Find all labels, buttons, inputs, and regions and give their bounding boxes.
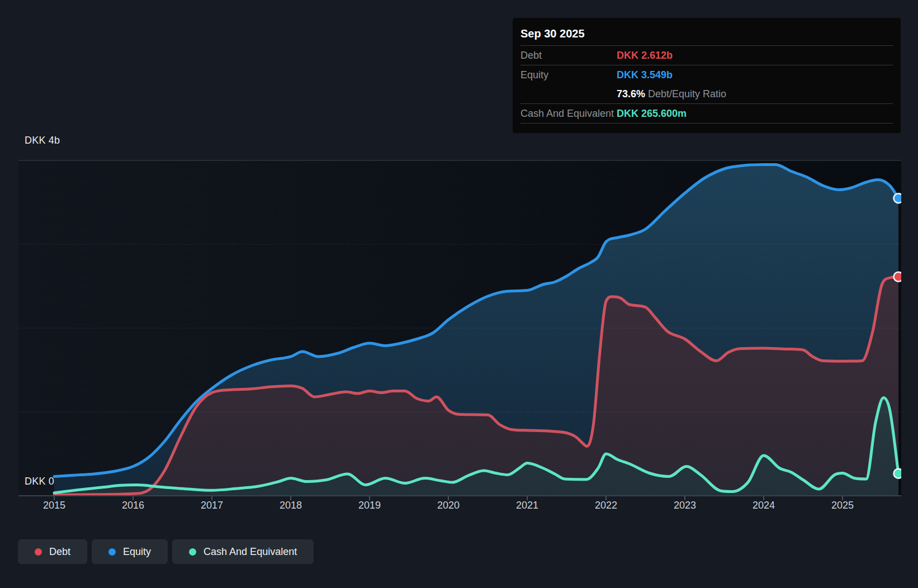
legend-pill-cash[interactable]: Cash And Equivalent [172,539,314,564]
legend-pill-equity[interactable]: Equity [92,539,168,564]
y-axis-label-0: DKK 0 [25,476,54,487]
equity-series-dot-icon [108,548,116,556]
tooltip-cash-value: DKK 265.600m [617,108,893,120]
x-axis-label-2015: 2015 [32,500,77,511]
tooltip-ratio-row: 73.6% Debt/Equity Ratio [520,84,893,104]
x-axis-label-2024: 2024 [741,500,786,511]
tooltip-date: Sep 30 2025 [520,18,893,46]
x-axis-label-2025: 2025 [820,500,865,511]
x-axis-label-2018: 2018 [268,500,313,511]
debt-endpoint-dot [894,272,903,282]
x-axis-label-2019: 2019 [347,500,392,511]
chart-tooltip: Sep 30 2025 Debt DKK 2.612b Equity DKK 3… [513,18,901,133]
legend-pill-debt[interactable]: Debt [18,539,87,564]
tooltip-debt-row: Debt DKK 2.612b [520,46,893,65]
tooltip-equity-value: DKK 3.549b [617,69,893,81]
tooltip-cash-label: Cash And Equivalent [520,108,617,120]
x-axis-label-2023: 2023 [663,500,707,511]
legend: Debt Equity Cash And Equivalent [18,539,314,564]
y-axis-label-4b: DKK 4b [25,135,60,146]
tooltip-debt-label: Debt [520,50,617,61]
x-axis-label-2016: 2016 [111,500,155,511]
cash-series-dot-icon [189,548,196,556]
tooltip-equity-label: Equity [520,69,617,81]
legend-equity-label: Equity [123,546,151,558]
balance-sheet-history-chart: DKK 4b DKK 0 201520162017201820192020202… [0,0,918,588]
tooltip-ratio-value: 73.6% [617,88,645,99]
legend-debt-label: Debt [49,546,70,558]
x-axis-label-2017: 2017 [190,500,234,511]
legend-cash-label: Cash And Equivalent [204,546,297,558]
x-axis-label-2022: 2022 [584,500,628,511]
x-axis-label-2020: 2020 [426,500,471,511]
equity-endpoint-dot [894,193,903,203]
tooltip-debt-value: DKK 2.612b [617,50,893,61]
tooltip-equity-row: Equity DKK 3.549b [520,65,893,84]
debt-series-dot-icon [35,548,42,556]
tooltip-ratio-label: Debt/Equity Ratio [648,88,726,99]
tooltip-cash-row: Cash And Equivalent DKK 265.600m [520,104,893,124]
cash-and-equivalent-endpoint-dot [894,469,903,478]
x-axis-label-2021: 2021 [505,500,550,511]
